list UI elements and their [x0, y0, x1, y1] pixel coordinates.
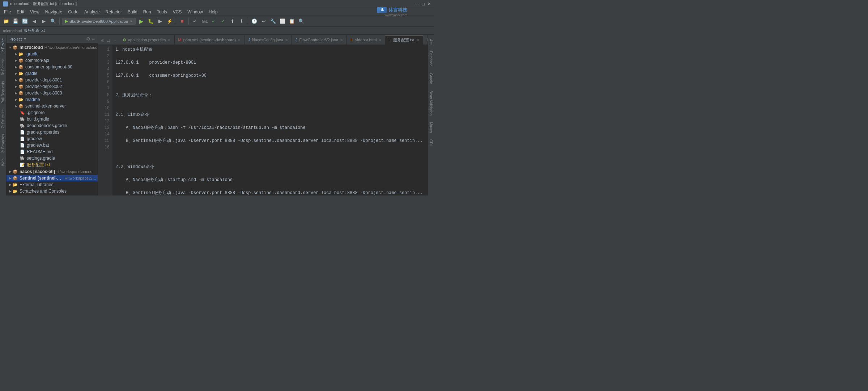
tree-item-gradle-props[interactable]: 📄 gradle.properties — [7, 129, 98, 135]
tree-item-readme-md[interactable]: 📄 README.md — [7, 148, 98, 155]
save-btn[interactable]: 💾 — [12, 17, 20, 25]
menu-build[interactable]: Build — [125, 9, 140, 15]
terminal-btn[interactable]: 📋 — [288, 17, 296, 25]
menu-window[interactable]: Window — [185, 9, 205, 15]
tree-item-settings-gradle[interactable]: 🐘 settings.gradle — [7, 155, 98, 161]
run-config-selector[interactable]: ▶ StartProviderDept800 Application ▼ — [62, 18, 136, 25]
back-btn[interactable]: ◀ — [30, 17, 38, 25]
tree-item-provider-8003[interactable]: ▶ 📦 provider-dept-8003 — [7, 90, 98, 96]
right-tab-maven[interactable]: Maven — [428, 119, 434, 136]
tab-flow-controller[interactable]: J FlowControllerV2.java ✕ — [292, 35, 347, 45]
expand-arrow[interactable]: ▶ — [14, 58, 18, 63]
tree-item-gitignore[interactable]: 🔖 .gitignore — [7, 109, 98, 116]
project-panel-settings[interactable]: ⚙ — [86, 36, 90, 42]
run-button[interactable]: ▶ — [137, 17, 145, 25]
tree-item-sentinel-token[interactable]: ▶ 📦 sentinel-token-server — [7, 103, 98, 109]
menu-file[interactable]: File — [1, 9, 13, 15]
tab-close[interactable]: ✕ — [416, 38, 419, 42]
right-tab-cdi[interactable]: CDI — [428, 136, 434, 148]
menu-analyze[interactable]: Analyze — [82, 9, 102, 15]
tree-item-service-config[interactable]: 📝 服务配置.txt — [7, 161, 98, 168]
expand-arrow[interactable]: ▶ — [14, 71, 18, 76]
tree-item-external-libs[interactable]: ▶ 📂 External Libraries — [7, 181, 98, 188]
menu-navigate[interactable]: Navigate — [43, 9, 65, 15]
sidebar-tab-pull-requests[interactable]: Pull Requests — [0, 78, 6, 106]
sync-btn[interactable]: 🔄 — [21, 17, 29, 25]
tab-service-config[interactable]: T 服务配置.txt ✕ — [385, 35, 423, 45]
tab-close[interactable]: ✕ — [378, 38, 381, 42]
sidebar-tab-structure[interactable]: Z: Structure — [0, 106, 6, 131]
tree-item-build-gradle[interactable]: 🐘 build.gradle — [7, 116, 98, 122]
stop-button[interactable]: ■ — [178, 17, 186, 25]
git-push[interactable]: ⬆ — [228, 17, 236, 25]
menu-help[interactable]: Help — [206, 9, 220, 15]
search-global-btn[interactable]: 🔍 — [297, 17, 305, 25]
expand-arrow[interactable]: ▶ — [8, 176, 12, 180]
expand-arrow[interactable]: ▶ — [14, 84, 18, 89]
right-tab-bean[interactable]: Bean Validation — [428, 88, 434, 118]
right-tab-ant[interactable]: Ant — [428, 36, 434, 47]
menu-view[interactable]: View — [27, 9, 42, 15]
tree-item-gradlew-bat[interactable]: 📄 gradlew.bat — [7, 142, 98, 148]
profile-button[interactable]: ⚡ — [166, 17, 174, 25]
tools-btn[interactable]: 🔧 — [269, 17, 277, 25]
tree-item-gradlew[interactable]: 📄 gradlew — [7, 135, 98, 142]
tab-close[interactable]: ✕ — [168, 38, 171, 42]
forward-btn[interactable]: ▶ — [40, 17, 48, 25]
expand-arrow[interactable]: ▶ — [14, 52, 18, 56]
expand-arrow[interactable]: ▶ — [8, 182, 12, 187]
project-panel-close[interactable]: ≡ — [92, 36, 95, 42]
minimize-button[interactable]: ─ — [416, 1, 419, 7]
open-file-btn[interactable]: 📁 — [2, 17, 10, 25]
tab-sidebar-html[interactable]: H sidebar.html ✕ — [347, 35, 385, 45]
right-tab-database[interactable]: Database — [428, 48, 434, 70]
sidebar-tab-web[interactable]: Web — [0, 156, 6, 169]
tree-item-microcloud[interactable]: ▼ 📦 microcloud H:\workspace\idea\microcl… — [7, 44, 98, 51]
tab-close[interactable]: ✕ — [340, 38, 343, 42]
expand-arrow[interactable]: ▶ — [14, 104, 18, 108]
expand-arrow[interactable]: ▼ — [8, 45, 12, 50]
git-check1[interactable]: ✓ — [209, 17, 217, 25]
tab-flowru[interactable]: FlowRu — [423, 35, 427, 45]
expand-arrow[interactable]: ▶ — [14, 97, 18, 102]
menu-tools[interactable]: Tools — [154, 9, 170, 15]
tree-item-gradle-folder[interactable]: ▶ 📂 gradle — [7, 70, 98, 77]
tab-nacos-config[interactable]: J NacosConfig.java ✕ — [244, 35, 292, 45]
tree-item-nacos[interactable]: ▶ 📦 nacos [nacos-all] H:\workspace\nacos — [7, 168, 98, 175]
tree-item-consumer[interactable]: ▶ 📦 consumer-springboot-80 — [7, 64, 98, 70]
commit-button[interactable]: ✓ — [191, 17, 199, 25]
menu-vcs[interactable]: VCS — [170, 9, 184, 15]
tree-item-provider-8001[interactable]: ▶ 📦 provider-dept-8001 — [7, 77, 98, 83]
debug-button[interactable]: 🐛 — [147, 17, 155, 25]
search-btn[interactable]: 🔍 — [49, 17, 57, 25]
tab-application-properties[interactable]: ⚙ application.properties ✕ — [119, 35, 175, 45]
tab-pom-xml[interactable]: M pom.xml (sentinel-dashboard) ✕ — [175, 35, 245, 45]
expand-arrow[interactable]: ▶ — [8, 189, 12, 193]
tree-item-scratches[interactable]: ▶ 📂 Scratches and Consoles — [7, 188, 98, 194]
expand-arrow[interactable]: ▶ — [14, 78, 18, 82]
settings-btn[interactable]: 🕐 — [250, 17, 258, 25]
menu-refactor[interactable]: Refactor — [103, 9, 124, 15]
right-tab-gradle[interactable]: Gradle — [428, 70, 434, 87]
tree-item-sentinel[interactable]: ▶ 📦 Sentinel [sentinel-parent] H:\worksp… — [7, 175, 98, 181]
coverage-button[interactable]: ▶ — [156, 17, 164, 25]
sidebar-tab-favorites[interactable]: 2: Favorites — [0, 131, 6, 156]
menu-code[interactable]: Code — [65, 9, 81, 15]
gradle-btn[interactable]: ⬜ — [278, 17, 286, 25]
project-dropdown-arrow[interactable]: ▼ — [23, 37, 27, 41]
maximize-button[interactable]: □ — [422, 1, 425, 7]
sidebar-tab-commit[interactable]: 0: Commit — [0, 56, 6, 78]
close-button[interactable]: ✕ — [427, 1, 431, 7]
tree-item-gradle-dir[interactable]: ▶ 📂 .gradle — [7, 51, 98, 57]
undo-btn[interactable]: ↩ — [260, 17, 268, 25]
expand-arrow[interactable]: ▶ — [14, 65, 18, 69]
menu-edit[interactable]: Edit — [14, 9, 27, 15]
expand-arrow[interactable]: ▶ — [8, 169, 12, 174]
tree-item-readme[interactable]: ▶ 📂 readme — [7, 96, 98, 103]
tab-close[interactable]: ✕ — [285, 38, 288, 42]
git-check2[interactable]: ✓ — [219, 17, 227, 25]
tab-close[interactable]: ✕ — [238, 38, 241, 42]
menu-run[interactable]: Run — [141, 9, 154, 15]
git-pull[interactable]: ⬇ — [238, 17, 246, 25]
tree-item-deps-gradle[interactable]: 🐘 dependencies.gradle — [7, 122, 98, 129]
